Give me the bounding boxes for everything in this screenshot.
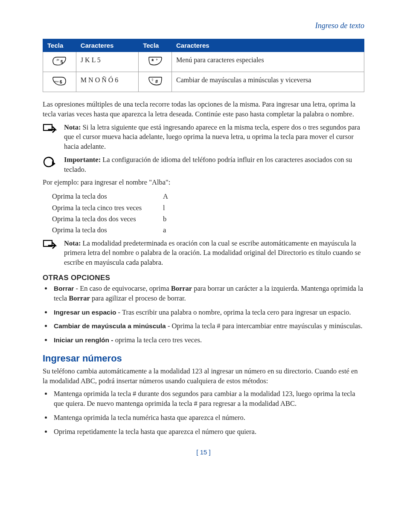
- item-text: Oprima la tecla # para intercambiar entr…: [172, 322, 363, 330]
- item-text: En caso de equivocarse, oprima: [80, 284, 171, 292]
- cell-charshash: Cambiar de mayúsculas a minúsculas y vic…: [172, 72, 364, 92]
- item-sep: -: [74, 284, 80, 292]
- th-tecla-2: Tecla: [139, 39, 172, 52]
- item-sep: -: [116, 308, 122, 316]
- note-callout-2: Nota: La modalidad predeterminada es ora…: [43, 239, 364, 268]
- heading-otras-opciones: OTRAS OPCIONES: [43, 274, 364, 282]
- svg-text:mno: mno: [54, 80, 59, 83]
- list-item: Oprima repetidamente la tecla hasta que …: [52, 427, 364, 437]
- key-6-icon: mno6: [52, 76, 67, 87]
- cell-keyhash: ⇧#: [139, 72, 172, 92]
- cell-charsstar: Menú para caracteres especiales: [172, 52, 364, 72]
- th-tecla-1: Tecla: [43, 39, 76, 52]
- example-result: a: [163, 225, 166, 236]
- page-number: [ 15 ]: [43, 448, 364, 456]
- table-row: jkl5 J K L 5 *+ Menú para caracteres esp…: [43, 52, 364, 72]
- list-item: Mantenga oprimida la tecla # durante dos…: [52, 389, 364, 409]
- breadcrumb: Ingreso de texto: [43, 21, 364, 30]
- table-row: mno6 M N O Ñ Ó 6 ⇧# Cambiar de mayúscula…: [43, 72, 364, 92]
- otras-opciones-list: Borrar - En caso de equivocarse, oprima …: [43, 284, 364, 345]
- svg-text:jkl: jkl: [56, 58, 59, 61]
- example-intro: Por ejemplo: para ingresar el nombre "Al…: [43, 178, 364, 188]
- heading-ingresar-numeros: Ingresar números: [43, 353, 364, 364]
- example-step: Oprima la tecla dos: [52, 225, 163, 236]
- cell-key6: mno6: [43, 72, 76, 92]
- item-lead: Iniciar un renglón -: [54, 336, 113, 344]
- example-step: Oprima la tecla cinco tres veces: [52, 202, 163, 214]
- important-body: La configuración de idioma del teléfono …: [64, 156, 352, 173]
- note-lead: Nota:: [64, 123, 81, 131]
- note-body: Si la letra siguiente que está ingresand…: [64, 123, 360, 151]
- example-step: Oprima la tecla dos: [52, 191, 163, 202]
- svg-text:+: +: [156, 58, 158, 62]
- note-body: La modalidad predeterminada es oración c…: [64, 239, 361, 267]
- key-hash-icon: ⇧#: [148, 76, 163, 87]
- cell-keystar: *+: [139, 52, 172, 72]
- example-step: Oprima la tecla dos dos veces: [52, 214, 163, 225]
- cell-chars5: J K L 5: [76, 52, 138, 72]
- list-item: Mantenga oprimida la tecla numérica hast…: [52, 413, 364, 423]
- example-grid: Oprima la tecla dosA Oprima la tecla cin…: [52, 191, 364, 236]
- note-callout-1: Nota: Si la letra siguiente que está ing…: [43, 123, 364, 152]
- cell-chars6: M N O Ñ Ó 6: [76, 72, 138, 92]
- note-text-2: Nota: La modalidad predeterminada es ora…: [64, 239, 364, 268]
- example-result: b: [163, 214, 166, 225]
- example-row: Oprima la tecla dos dos vecesb: [52, 214, 364, 225]
- item-bold: Borrar: [171, 284, 192, 292]
- list-item: Borrar - En caso de equivocarse, oprima …: [52, 284, 364, 304]
- item-bold: Borrar: [69, 294, 90, 302]
- svg-text:*: *: [151, 58, 154, 64]
- example-row: Oprima la tecla dosA: [52, 191, 364, 202]
- note-icon: [43, 123, 64, 136]
- svg-text:⇧: ⇧: [151, 78, 154, 82]
- paragraph-intro: Las opresiones múltiples de una tecla re…: [43, 100, 364, 119]
- example-result: l: [163, 202, 165, 214]
- page: Ingreso de texto Tecla Caracteres Tecla …: [0, 0, 407, 473]
- list-item: Iniciar un renglón - oprima la tecla cer…: [52, 335, 364, 345]
- key-5-icon: jkl5: [52, 56, 67, 67]
- note-text-1: Nota: Si la letra siguiente que está ing…: [64, 123, 364, 152]
- list-item: Ingresar un espacio - Tras escribir una …: [52, 308, 364, 318]
- key-star-icon: *+: [148, 56, 163, 67]
- item-lead: Ingresar un espacio: [54, 309, 116, 316]
- item-sep: -: [166, 322, 172, 330]
- item-text: Tras escribir una palabra o nombre, opri…: [122, 308, 351, 316]
- th-caracteres-2: Caracteres: [172, 39, 364, 52]
- item-lead: Cambiar de mayúscula a minúscula: [54, 322, 166, 330]
- note-icon: [43, 239, 64, 252]
- important-callout: Importante: La configuración de idioma d…: [43, 155, 364, 175]
- cell-key5: jkl5: [43, 52, 76, 72]
- example-row: Oprima la tecla cinco tres vecesl: [52, 202, 364, 214]
- svg-text:#: #: [155, 79, 158, 84]
- numbers-intro: Su teléfono cambia automáticamente a la …: [43, 367, 364, 386]
- svg-text:5: 5: [61, 60, 63, 64]
- example-result: A: [163, 191, 168, 202]
- svg-text:6: 6: [60, 80, 62, 84]
- character-table: Tecla Caracteres Tecla Caracteres jkl5 J…: [43, 39, 364, 92]
- item-lead: Borrar: [54, 285, 74, 292]
- th-caracteres-1: Caracteres: [76, 39, 138, 52]
- important-lead: Importante:: [64, 156, 101, 164]
- example-row: Oprima la tecla dosa: [52, 225, 364, 236]
- important-icon: [43, 155, 64, 171]
- item-text: oprima la tecla cero tres veces.: [115, 336, 202, 344]
- numbers-list: Mantenga oprimida la tecla # durante dos…: [43, 389, 364, 437]
- list-item: Cambiar de mayúscula a minúscula - Oprim…: [52, 321, 364, 331]
- item-text: para agilizar el proceso de borrar.: [90, 294, 186, 302]
- important-text: Importante: La configuración de idioma d…: [64, 155, 364, 175]
- note-lead: Nota:: [64, 239, 81, 247]
